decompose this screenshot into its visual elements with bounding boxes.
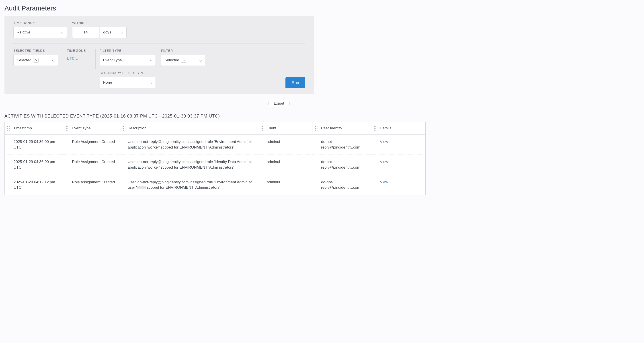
svg-point-25 (316, 126, 317, 127)
time-zone-select[interactable]: UTC (67, 55, 91, 61)
svg-point-18 (260, 126, 262, 127)
within-value-input[interactable] (72, 27, 99, 38)
cell-client: adminui (258, 175, 312, 195)
cell-details: View (371, 155, 426, 175)
svg-point-4 (7, 130, 8, 131)
chevron-down-icon (150, 81, 152, 84)
drag-handle-icon[interactable] (121, 126, 124, 130)
filter-label: FILTER (161, 49, 205, 52)
view-link[interactable]: View (380, 180, 388, 184)
svg-point-8 (66, 128, 67, 129)
column-label: Details (380, 126, 391, 130)
drag-handle-icon[interactable] (7, 126, 10, 130)
svg-point-1 (9, 126, 10, 127)
svg-point-34 (374, 130, 374, 131)
svg-point-19 (262, 126, 263, 127)
view-link[interactable]: View (380, 160, 388, 164)
table-row: 2025-01-29 04:36:00 pm UTCRole Assignmen… (5, 155, 426, 175)
chevron-down-icon (199, 59, 202, 62)
chevron-down-icon (76, 58, 78, 60)
svg-point-9 (67, 128, 68, 129)
cell-description: User 'do-not-reply@pingidentity.com' ass… (119, 155, 258, 175)
column-label: Event Type (72, 126, 91, 130)
cell-timestamp: 2025-01-29 04:12:12 pm UTC (5, 175, 63, 195)
drag-handle-icon[interactable] (315, 126, 318, 130)
filter-type-value: Event Type (103, 58, 122, 63)
chevron-down-icon (61, 31, 64, 34)
page-title: Audit Parameters (4, 5, 640, 12)
column-header-details[interactable]: Details (371, 122, 426, 135)
selected-fields-label: SELECTED FIELDS (13, 49, 58, 52)
drag-handle-icon[interactable] (260, 126, 264, 130)
cell-user-identity: do-not-reply@pingidentity.com (312, 135, 371, 155)
filter-type-label: FILTER TYPE (100, 49, 156, 52)
column-header-client[interactable]: Client (258, 122, 312, 135)
svg-point-31 (375, 126, 376, 127)
svg-point-23 (262, 130, 263, 131)
cell-event-type: Role Assignment Created (63, 155, 119, 175)
column-header-event-type[interactable]: Event Type (63, 122, 119, 135)
svg-point-16 (122, 130, 122, 131)
redacted-text (137, 186, 146, 189)
column-header-user-identity[interactable]: User Identity (312, 122, 371, 135)
svg-point-28 (315, 130, 316, 131)
cell-client: adminui (258, 135, 312, 155)
svg-point-6 (66, 126, 67, 127)
svg-point-29 (316, 130, 317, 131)
svg-point-20 (260, 128, 262, 129)
column-label: Timestamp (13, 126, 32, 130)
svg-point-12 (122, 126, 122, 127)
table-row: 2025-01-29 04:12:12 pm UTCRole Assignmen… (5, 175, 426, 195)
svg-point-0 (7, 126, 8, 127)
cell-user-identity: do-not-reply@pingidentity.com (312, 155, 371, 175)
cell-client: adminui (258, 155, 312, 175)
filter-count-badge: 5 (181, 58, 186, 63)
selected-fields-count-badge: 5 (33, 58, 38, 63)
svg-point-17 (123, 130, 124, 131)
svg-point-13 (123, 126, 124, 127)
cell-timestamp: 2025-01-29 04:36:00 pm UTC (5, 135, 63, 155)
time-range-select[interactable]: Relative (13, 27, 67, 38)
within-unit-value: days (103, 30, 111, 35)
selected-fields-select[interactable]: Selected 5 (13, 55, 58, 66)
within-value-field[interactable] (76, 30, 96, 35)
svg-point-33 (375, 128, 376, 129)
svg-point-14 (122, 128, 122, 129)
svg-point-22 (260, 130, 262, 131)
activities-heading: ACTIVITIES WITH SELECTED EVENT TYPE (202… (4, 114, 640, 119)
view-link[interactable]: View (380, 140, 388, 144)
svg-point-11 (67, 130, 68, 131)
svg-point-10 (66, 130, 67, 131)
time-range-label: TIME RANGE (13, 21, 67, 25)
time-zone-value: UTC (67, 57, 75, 61)
column-header-description[interactable]: Description (119, 122, 258, 135)
export-button[interactable]: Export (268, 100, 290, 107)
within-unit-select[interactable]: days (100, 27, 126, 38)
time-zone-label: TIME ZONE (67, 49, 91, 52)
within-label: WITHIN (72, 21, 126, 25)
svg-point-5 (9, 130, 10, 131)
chevron-down-icon (120, 31, 123, 34)
cell-event-type: Role Assignment Created (63, 175, 119, 195)
table-row: 2025-01-29 04:36:00 pm UTCRole Assignmen… (5, 135, 426, 155)
cell-details: View (371, 175, 426, 195)
filter-select[interactable]: Selected 5 (161, 55, 205, 66)
column-header-timestamp[interactable]: Timestamp (5, 122, 63, 135)
vertical-divider (95, 49, 96, 69)
secondary-filter-type-select[interactable]: None (100, 77, 156, 88)
time-range-value: Relative (17, 30, 30, 35)
chevron-down-icon (52, 59, 54, 62)
cell-user-identity: do-not-reply@pingidentity.com (312, 175, 371, 195)
chevron-down-icon (150, 59, 152, 62)
svg-point-2 (7, 128, 8, 129)
cell-description: User 'do-not-reply@pingidentity.com' ass… (119, 135, 258, 155)
drag-handle-icon[interactable] (374, 126, 376, 130)
filter-type-select[interactable]: Event Type (100, 55, 156, 66)
divider (13, 43, 305, 44)
drag-handle-icon[interactable] (66, 126, 69, 130)
column-label: Client (266, 126, 276, 130)
cell-details: View (371, 135, 426, 155)
cell-description: User 'do-not-reply@pingidentity.com' ass… (119, 175, 258, 195)
run-button[interactable]: Run (286, 77, 305, 88)
svg-point-30 (374, 126, 374, 127)
